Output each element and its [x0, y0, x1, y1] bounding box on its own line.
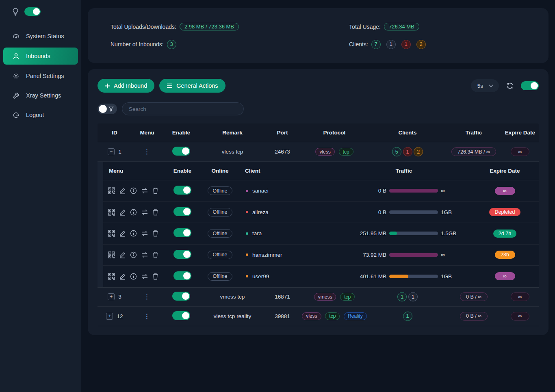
trash-icon[interactable]: [152, 273, 158, 280]
client-color-dot: [246, 253, 248, 256]
edit-pencil-icon[interactable]: [119, 251, 126, 258]
filter-toggle[interactable]: [98, 104, 117, 114]
client-name: sanaei: [252, 188, 269, 194]
search-input[interactable]: [122, 102, 244, 115]
inbound-row: − 1 ⋮ vless tcp 24673 vless tcp 5 1 2: [98, 142, 539, 162]
client-color-dot: [246, 211, 248, 213]
qr-code-icon[interactable]: [108, 230, 115, 237]
traffic-progress-bar: [389, 210, 438, 214]
protocol-badge: tcp: [339, 148, 353, 156]
inbound-port: 24673: [265, 149, 300, 155]
trash-icon[interactable]: [152, 209, 158, 216]
client-expire-badge: ∞: [495, 272, 515, 280]
sidebar-item-inbounds[interactable]: Inbounds: [3, 48, 78, 65]
info-circle-icon[interactable]: [130, 187, 137, 194]
client-row: Offline tara 251.95 MB 1.5GB 2d 7h: [103, 223, 539, 245]
online-status-badge: Offline: [208, 251, 233, 259]
col-id: ID: [98, 130, 132, 136]
col-enable: Enable: [163, 130, 200, 136]
edit-pencil-icon[interactable]: [119, 273, 126, 280]
trash-icon[interactable]: [152, 251, 158, 258]
add-inbound-button[interactable]: Add Inbound: [98, 79, 154, 93]
client-count-badge: 1: [403, 312, 412, 321]
sidebar-item-panel-settings[interactable]: Panel Settings: [0, 68, 81, 84]
trash-icon[interactable]: [152, 187, 158, 194]
traffic-total: ∞: [441, 252, 460, 258]
protocol-badge: vmess: [314, 293, 336, 301]
reset-arrows-icon[interactable]: [141, 230, 148, 236]
trash-icon[interactable]: [152, 230, 158, 237]
sidebar-item-label: Logout: [26, 112, 44, 118]
theme-bulb-icon: [12, 8, 19, 16]
auto-refresh-toggle[interactable]: [521, 81, 539, 90]
general-actions-button[interactable]: General Actions: [159, 79, 225, 93]
protocol-badge: Reality: [344, 312, 367, 320]
row-menu-icon[interactable]: ⋮: [144, 293, 151, 300]
reset-arrows-icon[interactable]: [141, 209, 148, 215]
subcol-traffic: Traffic: [337, 168, 471, 174]
theme-toggle[interactable]: [24, 7, 41, 16]
reset-arrows-icon[interactable]: [141, 273, 148, 279]
refresh-icon[interactable]: [506, 82, 514, 89]
row-menu-icon[interactable]: ⋮: [144, 313, 151, 320]
qr-code-icon[interactable]: [108, 209, 115, 216]
client-enable-toggle[interactable]: [173, 271, 191, 280]
client-enable-toggle[interactable]: [173, 250, 191, 259]
plus-icon: [105, 83, 110, 89]
sidebar-item-system-status[interactable]: System Status: [0, 28, 81, 44]
client-count-badge: 1: [408, 292, 418, 301]
inbounds-table: ID Menu Enable Remark Port Protocol Clie…: [98, 123, 539, 326]
client-name: hanszimmer: [252, 252, 282, 258]
inbound-id: 12: [117, 313, 123, 319]
qr-code-icon[interactable]: [108, 273, 115, 280]
stat-number-of-inbounds: Number of Inbounds: 3: [111, 40, 349, 49]
row-menu-icon[interactable]: ⋮: [144, 148, 151, 155]
client-enable-toggle[interactable]: [173, 186, 191, 195]
sidebar-item-logout[interactable]: Logout: [0, 107, 81, 123]
inbound-enable-toggle[interactable]: [172, 292, 190, 301]
client-expire-badge: Depleted: [489, 208, 520, 216]
wrench-icon: [13, 92, 20, 99]
client-row: Offline alireza 0 B 1GB Depleted: [103, 202, 539, 223]
info-circle-icon[interactable]: [130, 209, 137, 216]
refresh-interval-select[interactable]: 5s: [471, 79, 499, 92]
table-header: ID Menu Enable Remark Port Protocol Clie…: [98, 123, 539, 142]
info-circle-icon[interactable]: [130, 230, 137, 237]
expand-row-button[interactable]: +: [106, 313, 113, 320]
collapse-row-button[interactable]: −: [108, 148, 115, 155]
info-circle-icon[interactable]: [130, 251, 137, 258]
protocol-badge: tcp: [340, 293, 355, 301]
client-name: alireza: [252, 209, 269, 215]
info-circle-icon[interactable]: [130, 273, 137, 280]
add-inbound-label: Add Inbound: [114, 82, 147, 89]
gear-icon: [13, 73, 20, 80]
inbound-remark: vmess tcp: [200, 294, 265, 300]
edit-pencil-icon[interactable]: [119, 187, 126, 194]
col-remark: Remark: [200, 130, 265, 136]
stat-value-badge: 3: [167, 40, 176, 49]
client-enable-toggle[interactable]: [173, 228, 191, 237]
inbounds-panel: Add Inbound General Actions 5s: [88, 69, 548, 335]
inbound-enable-toggle[interactable]: [172, 147, 190, 156]
qr-code-icon[interactable]: [108, 251, 115, 258]
expire-badge: ∞: [511, 147, 530, 156]
dashboard-icon: [13, 33, 20, 40]
reset-arrows-icon[interactable]: [141, 252, 148, 258]
traffic-used: 401.61 MB: [347, 273, 386, 279]
protocol-badge: vless: [315, 148, 334, 156]
qr-code-icon[interactable]: [108, 187, 115, 194]
client-count-badge: 5: [392, 147, 401, 156]
client-row: Offline sanaei 0 B ∞ ∞: [103, 180, 539, 202]
inbound-id: 3: [118, 294, 121, 300]
inbound-enable-toggle[interactable]: [172, 311, 190, 320]
expand-row-button[interactable]: +: [108, 293, 115, 300]
reset-arrows-icon[interactable]: [141, 188, 148, 194]
traffic-used: 0 B: [347, 209, 386, 215]
subcol-menu: Menu: [103, 168, 164, 174]
chevron-down-icon: [489, 84, 493, 87]
edit-pencil-icon[interactable]: [119, 230, 126, 237]
edit-pencil-icon[interactable]: [119, 209, 126, 216]
sidebar-item-xray-settings[interactable]: Xray Settings: [0, 87, 81, 104]
client-enable-toggle[interactable]: [173, 207, 191, 216]
traffic-used: 251.95 MB: [347, 230, 386, 236]
